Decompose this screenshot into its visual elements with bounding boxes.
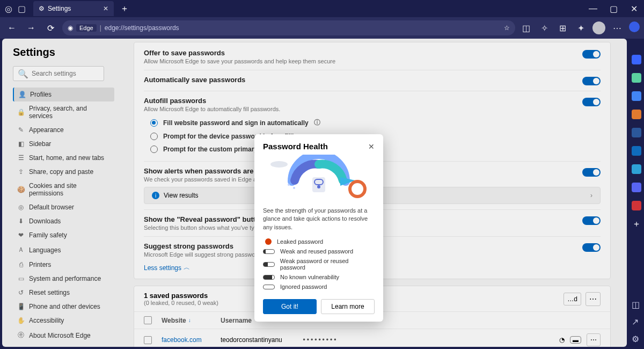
profile-icon[interactable]: ◎: [4, 4, 13, 13]
split-screen-icon[interactable]: ◫: [519, 21, 532, 34]
sidebar-outlook-icon[interactable]: [632, 146, 641, 156]
tab-title: Settings: [48, 5, 71, 12]
sidebar-discord-icon[interactable]: [632, 183, 641, 192]
back-button[interactable]: ←: [4, 20, 19, 35]
edge-sidebar: ＋ ◫ ↗ ⚙: [629, 39, 644, 349]
modal-legend: Leaked password Weak and reused password…: [263, 237, 375, 292]
toolbar: ← → ⟳ ◉ Edge | edge://settings/passwords…: [0, 17, 644, 39]
modal-close-icon[interactable]: ✕: [368, 142, 375, 151]
sidebar-tools-icon[interactable]: [632, 91, 641, 101]
favorite-icon[interactable]: ☆: [504, 24, 510, 32]
collections-icon[interactable]: ⊞: [556, 21, 569, 34]
svg-point-5: [350, 181, 365, 197]
strength-weak-icon: [263, 262, 275, 267]
svg-point-0: [270, 161, 288, 168]
learn-more-button[interactable]: Learn more: [321, 299, 375, 314]
url-text: edge://settings/passwords: [105, 24, 179, 32]
modal-desc: See the strength of your passwords at a …: [263, 207, 375, 231]
maximize-button[interactable]: ▢: [603, 0, 624, 17]
svg-point-7: [288, 184, 290, 186]
sidebar-games-icon[interactable]: [632, 110, 641, 119]
favorites-icon[interactable]: ✧: [538, 21, 551, 34]
settings-content: Settings 🔍 👤Profiles 🔒Privacy, search, a…: [2, 39, 627, 347]
strength-weak-reused-icon: [263, 249, 275, 254]
modal-title: Password Health: [263, 142, 328, 151]
sidebar-open-icon[interactable]: ↗: [632, 317, 641, 326]
svg-point-6: [293, 187, 295, 189]
sidebar-settings-icon[interactable]: ⚙: [632, 334, 641, 344]
app-badge: Edge: [76, 24, 97, 32]
title-bar: ◎ ▢ ⚙ Settings ✕ ＋ — ▢ ✕: [0, 0, 644, 17]
modal-illustration: [263, 154, 375, 201]
sidebar-bing-icon[interactable]: [632, 55, 641, 64]
tab-close-icon[interactable]: ✕: [103, 5, 108, 12]
sidebar-panel-icon[interactable]: ◫: [632, 300, 641, 309]
menu-icon[interactable]: ⋯: [611, 21, 624, 34]
strength-ignored-icon: [263, 285, 275, 289]
got-it-button[interactable]: Got it!: [263, 299, 317, 314]
strength-ok-icon: [263, 275, 275, 280]
minimize-button[interactable]: —: [583, 0, 603, 17]
workspaces-icon[interactable]: ▢: [17, 4, 26, 13]
sidebar-shop-icon[interactable]: [632, 73, 641, 83]
sidebar-office-icon[interactable]: [632, 128, 641, 137]
password-health-modal: Password Health ✕ See the strength of: [254, 134, 383, 322]
browser-tab[interactable]: ⚙ Settings ✕: [33, 1, 114, 16]
sidebar-app-icon[interactable]: [632, 201, 641, 210]
sidebar-telegram-icon[interactable]: [632, 164, 641, 174]
forward-button[interactable]: →: [24, 20, 39, 35]
edge-logo-icon: ◉: [68, 24, 73, 32]
refresh-button[interactable]: ⟳: [43, 20, 58, 35]
gear-icon: ⚙: [39, 5, 45, 12]
copilot-icon[interactable]: [629, 21, 640, 32]
close-window-button[interactable]: ✕: [624, 0, 644, 17]
new-tab-button[interactable]: ＋: [117, 1, 132, 16]
svg-point-3: [317, 185, 320, 188]
sidebar-add-icon[interactable]: ＋: [632, 219, 641, 229]
avatar[interactable]: [592, 21, 605, 34]
leaked-icon: [265, 238, 272, 245]
address-bar[interactable]: ◉ Edge | edge://settings/passwords ☆: [62, 20, 515, 35]
extensions-icon[interactable]: ✦: [574, 21, 587, 34]
